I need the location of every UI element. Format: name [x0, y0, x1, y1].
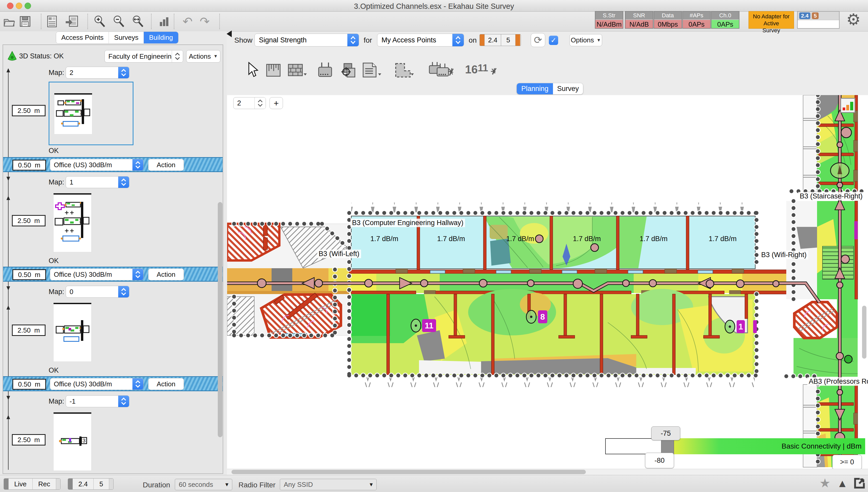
thumbnail-tag: 3 — [79, 218, 83, 224]
collapse-sidebar-icon[interactable] — [227, 30, 232, 37]
window-title: 3.Optimized Channels.esx - Ekahau Site S… — [0, 2, 868, 10]
map-hscrollbar-track[interactable] — [227, 469, 868, 475]
tab-building[interactable]: Building — [144, 32, 178, 43]
zoom-out-icon[interactable] — [112, 14, 126, 29]
bottom-band-toggle: 2.4 5 — [68, 478, 114, 490]
live-rec-toggle: Live Rec — [4, 478, 61, 490]
gap-profile-select[interactable]: Office (US) 30dB/m — [50, 378, 144, 390]
gap-height-field[interactable]: 0.50m — [13, 269, 46, 280]
refresh-button[interactable]: ⟳ — [531, 33, 545, 47]
building-panel: 3D Status: OK Faculty of Engineering Act… — [3, 45, 223, 474]
tab-planning[interactable]: Planning — [517, 83, 553, 94]
attenuation-label: 1.7 dB/m — [709, 235, 736, 243]
ap-scope-select[interactable]: My Access Points — [377, 33, 464, 47]
live-button[interactable]: Live — [8, 478, 32, 489]
redo-icon[interactable]: ↷ — [200, 14, 210, 29]
wall-tool-icon[interactable] — [288, 64, 307, 79]
building-select[interactable]: Faculty of Engineering — [104, 50, 183, 63]
gap-action-button[interactable]: Action — [148, 378, 184, 390]
signal-strength-badge: S.Str N/AdBm — [595, 11, 623, 29]
gap-action-button[interactable]: Action — [148, 159, 184, 171]
band-toggle-left-edge — [480, 34, 485, 46]
duration-select[interactable]: 60 seconds ▼ — [175, 479, 232, 490]
show-label: Show — [234, 36, 253, 45]
tab-access-points[interactable]: Access Points — [56, 32, 109, 43]
note-tool-icon[interactable] — [361, 62, 382, 79]
floor-thumbnail-selected[interactable]: 3 — [49, 82, 134, 145]
zoom-fit-icon[interactable] — [131, 14, 145, 29]
floor-height-field[interactable]: 2.50m — [12, 105, 46, 116]
map-2-select[interactable]: 2 — [66, 67, 129, 78]
gap-height-field[interactable]: 0.50m — [13, 379, 46, 390]
tab-survey[interactable]: Survey — [553, 83, 583, 94]
floor-plan-canvas[interactable]: .dot{stroke:#4d4d4d;stroke-width:15;fill… — [227, 95, 868, 475]
chart-icon[interactable] — [158, 14, 170, 29]
actions-button[interactable]: Actions▼ — [186, 50, 220, 63]
options-button[interactable]: Options▼ — [569, 34, 602, 46]
map-0-select[interactable]: 0 — [66, 286, 129, 298]
floor-height-field[interactable]: 2.50m — [12, 434, 46, 445]
mode-tabs: Planning Survey — [517, 83, 583, 94]
gap-profile-select[interactable]: Office (US) 30dB/m — [50, 159, 144, 171]
undo-icon[interactable]: ↶ — [183, 14, 193, 29]
legend-max-tab[interactable]: >= 0 — [832, 455, 862, 469]
report-view-icon[interactable] — [46, 14, 58, 29]
toolbar-separator — [41, 14, 41, 29]
attenuation-area-tool-icon[interactable] — [266, 64, 281, 78]
save-icon[interactable] — [19, 14, 31, 29]
tab-surveys[interactable]: Surveys — [109, 32, 144, 43]
floor-thumbnail[interactable]: 3 — [53, 193, 91, 252]
floor-height-field[interactable]: 2.50m — [12, 324, 46, 336]
legend-lower-tab[interactable]: -80 — [645, 453, 674, 468]
thumbnail-tag: 3 — [80, 109, 83, 116]
room-label-wifi-right: B3 (Wifi-Right) — [760, 251, 808, 259]
gap-height-field[interactable]: 0.50m — [13, 160, 46, 171]
area-tool-icon[interactable] — [394, 62, 414, 79]
floor-plan-svg: .dot{stroke:#4d4d4d;stroke-width:15;fill… — [227, 95, 868, 475]
map-label: Map: — [49, 69, 64, 77]
band-2-4-button[interactable]: 2.4 — [73, 478, 94, 489]
delete-aps-tool-icon[interactable] — [427, 62, 454, 79]
settings-gear-icon[interactable]: ⚙ — [846, 10, 861, 29]
expand-panel-icon[interactable]: ▲ — [837, 477, 848, 490]
select-tool-icon[interactable] — [246, 62, 259, 78]
open-file-icon[interactable] — [3, 14, 16, 29]
duration-label: Duration — [143, 481, 170, 489]
access-point-tool-icon[interactable] — [317, 62, 333, 79]
place-measured-ap-tool-icon[interactable] — [341, 63, 356, 79]
legend-upper-tab[interactable]: -75 — [651, 426, 680, 440]
band-2-4-toggle[interactable]: 2.4 — [485, 34, 501, 46]
sidebar-scrollbar[interactable] — [218, 202, 222, 437]
rec-button[interactable]: Rec — [32, 478, 56, 489]
map-1-select[interactable]: 1 — [66, 176, 129, 188]
map-hscrollbar-thumb[interactable] — [232, 470, 586, 474]
floor-thumbnail[interactable]: 3 — [53, 303, 91, 362]
share-export-icon[interactable] — [853, 477, 865, 490]
export-view-icon[interactable] — [65, 14, 79, 29]
favorite-star-icon[interactable]: ★ — [819, 476, 830, 490]
add-floor-button[interactable]: + — [269, 97, 283, 109]
gap-profile-select[interactable]: Office (US) 30dB/m — [50, 269, 144, 280]
floor-height-field[interactable]: 2.50m — [12, 215, 46, 226]
map-minus1-select[interactable]: -1 — [66, 395, 129, 407]
room-label-staircase-right: B3 (Staircase-Right) — [798, 192, 864, 200]
map-vscrollbar-thumb[interactable] — [862, 306, 866, 359]
band-5-toggle[interactable]: 5 — [501, 34, 515, 46]
building-select-stepper[interactable] — [172, 50, 183, 62]
auto-refresh-checkbox[interactable]: ✓ — [549, 36, 558, 45]
zoom-in-icon[interactable] — [93, 14, 107, 29]
floor-thumbnail[interactable]: 3 — [53, 412, 91, 471]
channel-plan-tool-icon[interactable]: 1611 — [465, 63, 499, 78]
drag-grip — [68, 478, 73, 489]
floor-spinner[interactable]: 2 — [233, 97, 266, 109]
channel-badge: Ch.0 0APs — [711, 11, 740, 29]
band-5-button[interactable]: 5 — [94, 478, 109, 489]
room-label-hallway: B3 (Computer Engineering Hallway) — [350, 219, 465, 227]
visualization-select[interactable]: Signal Strength — [255, 33, 359, 47]
gap-action-button[interactable]: Action — [148, 269, 184, 280]
ssid-filter-select[interactable]: Any SSID ▼ — [280, 479, 377, 490]
thumbnail-tag: 3 — [79, 326, 83, 333]
attenuation-label: 1.7 dB/m — [370, 235, 398, 243]
map-label: Map: — [49, 397, 64, 405]
legend-toggle-icon[interactable] — [840, 98, 855, 113]
